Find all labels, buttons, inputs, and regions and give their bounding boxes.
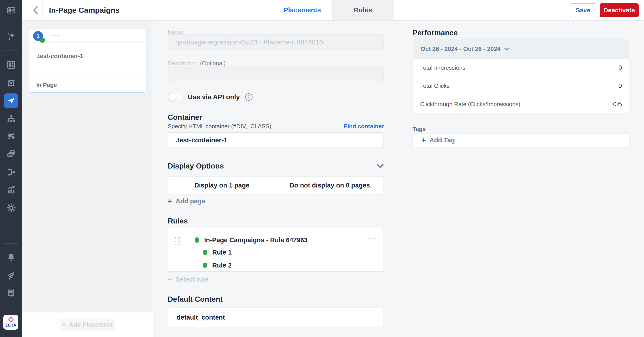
sidebar-item-broadcast[interactable] [0, 268, 22, 283]
select-rule-label: Select rule [176, 276, 208, 283]
zeta-logo-text: ZETA [5, 323, 16, 328]
placement-active-dot [40, 37, 45, 43]
header-tabs: Placements Rules [272, 0, 394, 20]
display-options-heading: Display Options [168, 162, 224, 170]
container-heading: Container [168, 113, 202, 122]
plus-icon: + [422, 137, 426, 144]
chevron-down-icon [504, 47, 510, 51]
sidebar-item-goals[interactable] [0, 76, 22, 90]
sidebar-item-campaigns-active[interactable] [4, 93, 18, 108]
placement-card-body: .test-container-1 [29, 43, 146, 78]
sidebar-item-settings[interactable] [0, 201, 22, 215]
select-rule-button[interactable]: + Select rule [168, 276, 208, 283]
sidebar-item-notifications[interactable] [0, 250, 22, 265]
rule-main-row[interactable]: In-Page Campaigns - Rule 647963 [195, 234, 384, 246]
add-tag-label: Add Tag [429, 137, 455, 144]
target-icon [6, 78, 16, 88]
default-content-heading: Default Content [168, 295, 223, 304]
container-spec-label: Specify HTML container (#DIV, .CLASS) [168, 123, 271, 130]
add-tag-button[interactable]: + Add Tag [422, 137, 455, 144]
sidebar-item-ai-assistant[interactable] [0, 29, 22, 43]
drag-handle[interactable] [175, 237, 180, 245]
paper-plane-icon [7, 96, 16, 105]
page-title: In-Page Campaigns [49, 0, 120, 20]
placements-panel-footer: + Add Placement [22, 312, 153, 337]
rules-menu-button[interactable]: ••• [368, 235, 377, 242]
tab-placements[interactable]: Placements [272, 0, 333, 20]
add-placement-button[interactable]: + Add Placement [60, 319, 116, 331]
display-pages-tab[interactable]: Display on 1 page [168, 177, 276, 194]
sidebar-item-docs[interactable] [0, 286, 22, 300]
chevron-left-icon [32, 5, 38, 14]
dashboard-icon [6, 60, 16, 70]
tags-label: Tags [412, 126, 426, 132]
date-range-picker[interactable]: Oct 26 - 2024 - Oct 26 - 2024 [412, 39, 630, 59]
performance-row: Total Clicks 0 [412, 77, 630, 95]
sidebar-toggle-icon [6, 5, 16, 15]
rule-status-dot [195, 237, 199, 243]
placement-card[interactable]: 1 ••• .test-container-1 In Page [28, 29, 146, 93]
tab-rules[interactable]: Rules [333, 0, 394, 20]
sidebar-item-dashboards[interactable] [0, 58, 22, 72]
rule-sub-row[interactable]: Rule 1 [203, 246, 384, 259]
sidebar-item-audiences[interactable] [0, 129, 22, 143]
performance-row: Total Impressions 0 [412, 59, 630, 77]
gear-icon [6, 203, 16, 213]
add-page-button[interactable]: + Add page [168, 198, 205, 205]
sidebar-item-experiences[interactable] [0, 147, 22, 161]
open-book-icon [6, 288, 16, 298]
zeta-diamond-icon [8, 317, 14, 323]
sidebar-item-journeys[interactable] [0, 165, 22, 179]
app-sidebar: ZETA [0, 0, 22, 337]
rule-status-dot [203, 250, 207, 255]
sidebar-item-reports[interactable] [0, 183, 22, 197]
default-content-card[interactable]: default_content [168, 308, 384, 327]
placement-name: .test-container-1 [36, 53, 83, 60]
deactivate-button[interactable]: Deactivate [600, 3, 639, 17]
performance-card: Total Impressions 0 Total Clicks 0 Click… [412, 59, 630, 113]
add-page-label: Add page [176, 198, 205, 205]
performance-row: Clickthrough Rate (Clicks/Impressions) 0… [412, 95, 630, 113]
zeta-logo[interactable]: ZETA [3, 315, 18, 330]
rule-sub-label: Rule 2 [212, 262, 232, 269]
back-button[interactable] [28, 0, 43, 20]
api-only-toggle[interactable] [168, 92, 183, 101]
rule-status-dot [203, 263, 207, 268]
info-icon[interactable] [245, 93, 253, 101]
performance-heading: Performance [412, 29, 458, 37]
plus-icon: + [168, 276, 172, 283]
top-header: In-Page Campaigns Placements Rules Save … [22, 0, 644, 20]
name-input[interactable] [168, 34, 384, 50]
placements-panel: 1 ••• .test-container-1 In Page + Add Pl… [22, 20, 153, 337]
sidebar-toggle-button[interactable] [0, 3, 22, 17]
sidebar-divider [4, 307, 18, 307]
metric-label: Clickthrough Rate (Clicks/Impressions) [420, 101, 520, 108]
chart-growth-icon [6, 185, 16, 195]
main-content: Name Description (Optional) Use via API … [153, 20, 644, 337]
signal-slash-icon [5, 269, 18, 282]
date-range-value: Oct 26 - 2024 - Oct 26 - 2024 [420, 45, 500, 52]
rule-main-label: In-Page Campaigns - Rule 647963 [204, 236, 308, 244]
display-options-segmented: Display on 1 page Do not display on 0 pa… [168, 176, 384, 194]
rule-sub-label: Rule 1 [212, 249, 232, 256]
api-only-label: Use via API only [188, 93, 240, 101]
bell-icon [6, 252, 16, 263]
placement-type: In Page [36, 82, 57, 88]
container-input[interactable] [168, 132, 384, 148]
plus-icon: + [62, 321, 69, 328]
toggle-knob [168, 93, 176, 101]
placement-menu-button[interactable]: ••• [50, 32, 60, 39]
tags-card: + Add Tag [412, 133, 630, 147]
sidebar-divider [4, 50, 18, 50]
metric-value: 0% [613, 101, 622, 108]
metric-value: 0 [618, 82, 622, 89]
description-input[interactable] [168, 66, 384, 81]
stacked-cards-icon [6, 149, 16, 159]
hide-pages-tab[interactable]: Do not display on 0 pages [276, 177, 384, 194]
find-container-link[interactable]: Find container [344, 123, 384, 130]
metric-label: Total Impressions [420, 64, 465, 71]
rule-sub-row[interactable]: Rule 2 [203, 259, 384, 272]
sidebar-item-hierarchy[interactable] [0, 112, 22, 126]
chevron-down-icon[interactable] [376, 164, 384, 168]
save-button[interactable]: Save [570, 3, 596, 17]
